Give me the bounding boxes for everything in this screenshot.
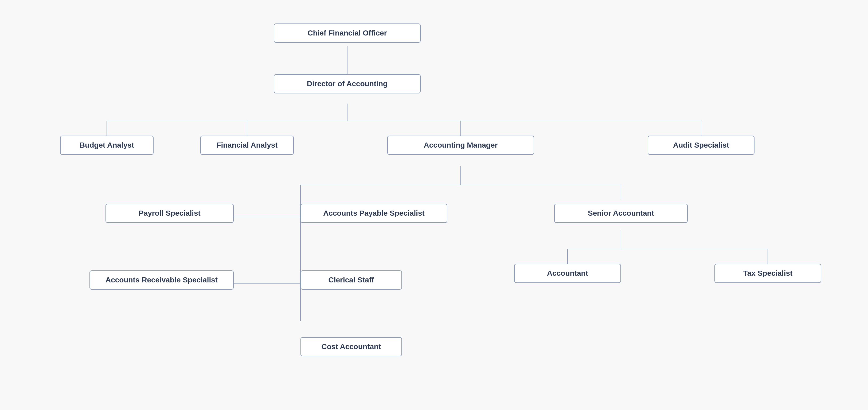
node-ap: Accounts Payable Specialist: [301, 204, 447, 223]
node-cost: Cost Accountant: [301, 337, 402, 356]
node-audit: Audit Specialist: [648, 135, 754, 155]
node-ar: Accounts Receivable Specialist: [90, 271, 234, 290]
node-budget: Budget Analyst: [60, 135, 154, 155]
chart-container: Chief Financial Officer Director of Acco…: [0, 0, 868, 410]
node-senior: Senior Accountant: [554, 204, 688, 223]
node-financial: Financial Analyst: [200, 135, 294, 155]
node-cfo: Chief Financial Officer: [274, 24, 421, 43]
node-tax: Tax Specialist: [714, 264, 821, 283]
node-clerical: Clerical Staff: [301, 271, 402, 290]
node-payroll: Payroll Specialist: [105, 204, 234, 223]
chart-wrapper: Chief Financial Officer Director of Acco…: [60, 18, 808, 392]
node-director: Director of Accounting: [274, 74, 421, 93]
node-accounting-mgr: Accounting Manager: [387, 135, 534, 155]
node-accountant: Accountant: [514, 264, 621, 283]
